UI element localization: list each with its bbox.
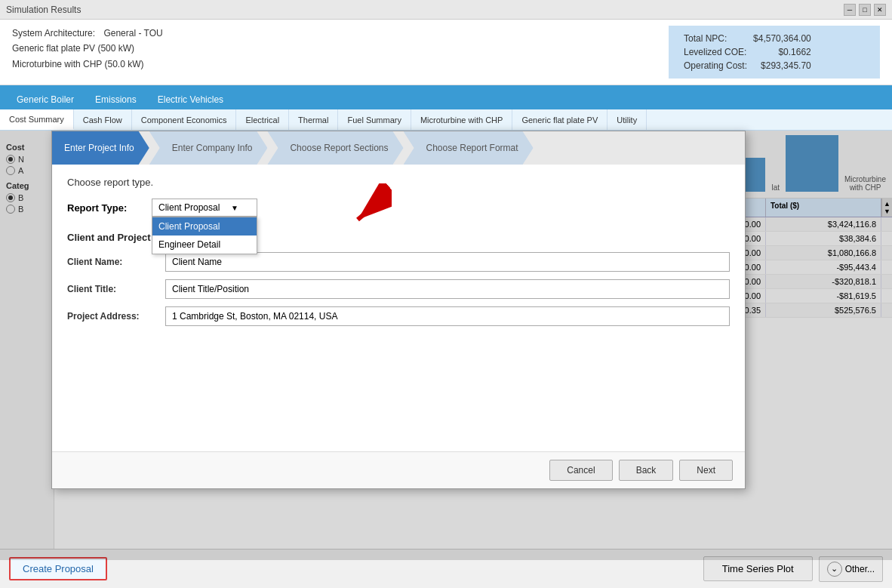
wizard-step-2-label: Enter Company Info [172,143,253,153]
title-bar: Simulation Results ─ □ ✕ [0,0,892,20]
tab-generic-boiler[interactable]: Generic Boiler [6,90,85,109]
modal-footer: Cancel Back Next [52,451,745,488]
project-address-row: Project Address: [67,306,730,326]
dropdown-selected-value: Client Proposal [158,202,220,213]
svg-line-1 [358,191,392,220]
tab-cost-summary[interactable]: Cost Summary [0,109,74,130]
tab-fuel-summary[interactable]: Fuel Summary [338,109,411,130]
close-button[interactable]: ✕ [874,4,886,16]
other-label: Other... [845,564,875,574]
main-content-area: Cost N A Categ B B [0,131,892,560]
opcost-label: Operating Cost: [684,59,753,72]
dropdown-arrow-icon: ▼ [231,204,238,212]
back-button[interactable]: Back [619,460,674,481]
arch-label: System Architecture: [12,28,95,38]
dropdown-option-engineer-detail[interactable]: Engineer Detail [152,236,257,254]
tab-pv[interactable]: Generic flat plate PV [512,109,607,130]
second-tab-bar: Cost Summary Cash Flow Component Economi… [0,109,892,131]
wizard-step-1-label: Enter Project Info [64,143,134,153]
client-name-row: Client Name: [67,252,730,272]
tab-thermal[interactable]: Thermal [289,109,338,130]
minimize-button[interactable]: ─ [844,4,856,16]
client-title-label: Client Title: [67,284,165,294]
coe-label: Levelized COE: [684,45,753,59]
wizard-step-4[interactable]: Choose Report Format [404,131,534,165]
tab-electric-vehicles[interactable]: Electric Vehicles [147,90,234,109]
choose-report-type-text: Choose report type. [67,177,730,188]
tab-emissions[interactable]: Emissions [85,90,147,109]
opcost-value: $293,345.70 [753,59,817,72]
report-type-label: Report Type: [67,202,143,214]
report-type-dropdown[interactable]: Client Proposal ▼ Client Proposal Engine… [152,199,257,217]
project-address-input[interactable] [165,306,730,326]
report-wizard-modal: Enter Project Info Enter Company Info Ch… [51,131,746,489]
client-title-input[interactable] [165,279,730,299]
dropdown-option-client-proposal[interactable]: Client Proposal [152,217,257,236]
window-title: Simulation Results [6,5,81,15]
dropdown-menu[interactable]: Client Proposal Engineer Detail [152,217,257,254]
next-button[interactable]: Next [679,460,733,481]
tab-component-economics[interactable]: Component Economics [132,109,237,130]
wizard-step-1[interactable]: Enter Project Info [52,131,149,165]
system-header: System Architecture: General - TOU Gener… [0,20,892,85]
create-proposal-button[interactable]: Create Proposal [9,557,107,580]
tab-microturbine[interactable]: Microturbine with CHP [411,109,512,130]
modal-overlay: Enter Project Info Enter Company Info Ch… [0,131,892,560]
client-name-input[interactable] [165,252,730,272]
system-info-left: System Architecture: General - TOU Gener… [12,26,163,72]
cancel-button[interactable]: Cancel [549,460,612,481]
wizard-step-3-label: Choose Report Sections [290,143,388,153]
client-title-row: Client Title: [67,279,730,299]
top-tab-bar: Generic Boiler Emissions Electric Vehicl… [0,85,892,109]
other-chevron-icon: ⌄ [827,562,842,577]
wizard-step-3[interactable]: Choose Report Sections [267,131,403,165]
wizard-step-4-label: Choose Report Format [426,143,518,153]
report-type-row: Report Type: Client Proposal ▼ Client Pr… [67,199,730,217]
cost-summary-box: Total NPC: $4,570,364.00 Levelized COE: … [669,26,880,79]
coe-value: $0.1662 [753,45,817,59]
modal-body: Choose report type. Report Type: Client … [52,165,745,451]
tab-utility[interactable]: Utility [607,109,647,130]
microturbine-info: Microturbine with CHP (50.0 kW) [12,57,163,72]
maximize-button[interactable]: □ [859,4,871,16]
tab-cash-flow[interactable]: Cash Flow [74,109,132,130]
tab-electrical[interactable]: Electrical [236,109,289,130]
client-name-label: Client Name: [67,257,165,267]
pv-info: Generic flat plate PV (500 kW) [12,41,163,56]
wizard-step-2[interactable]: Enter Company Info [149,131,268,165]
npc-value: $4,570,364.00 [753,32,817,45]
wizard-steps: Enter Project Info Enter Company Info Ch… [52,131,745,165]
arch-value: General - TOU [103,28,162,38]
project-address-label: Project Address: [67,311,165,322]
npc-label: Total NPC: [684,32,753,45]
report-type-dropdown-btn[interactable]: Client Proposal ▼ [152,199,257,217]
window-controls[interactable]: ─ □ ✕ [844,4,886,16]
